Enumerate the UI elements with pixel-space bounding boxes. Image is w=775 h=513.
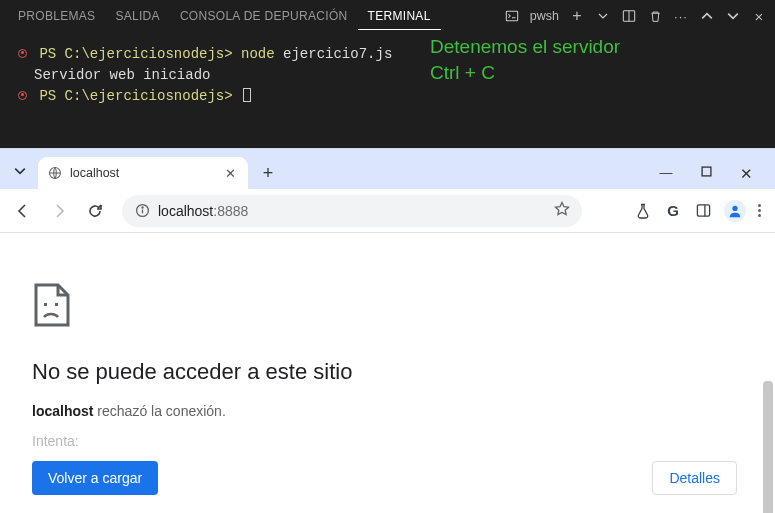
new-tab-button[interactable]: + [254,159,282,187]
reload-page-button[interactable]: Volver a cargar [32,461,158,495]
window-controls: — ✕ [653,165,767,183]
error-host: localhost [32,403,93,419]
error-sub-text: rechazó la conexión. [93,403,225,419]
panel-tab-bar: PROBLEMAS SALIDA CONSOLA DE DEPURACIÓN T… [0,0,775,32]
panel-actions: pwsh + ··· × [504,8,767,24]
nav-forward-button[interactable] [44,196,74,226]
tab-title: localhost [70,166,119,180]
toolbar-right: G [634,200,767,222]
tab-search-dropdown[interactable] [8,159,32,183]
site-info-icon[interactable] [134,203,150,219]
side-panel-icon[interactable] [694,202,712,220]
address-bar[interactable]: localhost:8888 [122,195,582,227]
panel-tab-debug-console[interactable]: CONSOLA DE DEPURACIÓN [170,3,358,29]
prompt: PS C:\ejerciciosnodejs> [39,46,232,62]
svg-rect-12 [55,303,58,306]
window-close-icon[interactable]: ✕ [733,165,759,183]
google-shortcut-icon[interactable]: G [664,202,682,220]
svg-rect-11 [44,303,47,306]
stdout-text: Servidor web iniciado [34,67,210,83]
panel-tab-terminal[interactable]: TERMINAL [358,3,441,30]
browser-toolbar: localhost:8888 G [0,189,775,233]
browser-tab-strip: localhost ✕ + — ✕ [0,149,775,189]
command-name: node [241,46,275,62]
terminal-dropdown-icon[interactable] [595,8,611,24]
chrome-browser-window: localhost ✕ + — ✕ localhost:8888 [0,148,775,513]
profile-avatar[interactable] [724,200,746,222]
new-terminal-icon[interactable]: + [569,8,585,24]
reload-button[interactable] [80,196,110,226]
svg-rect-8 [697,205,709,216]
error-subtitle: localhost rechazó la conexión. [32,403,743,419]
terminal-line: Servidor web iniciado [18,65,757,86]
annotation-overlay: Detenemos el servidor Ctrl + C [430,34,620,85]
terminal-output[interactable]: PS C:\ejerciciosnodejs> node ejercicio7.… [0,32,775,125]
chrome-menu-icon[interactable] [758,204,761,217]
terminal-cursor [243,88,251,102]
prompt: PS C:\ejerciciosnodejs> [39,88,232,104]
command-arg: ejercicio7.js [283,46,392,62]
window-minimize-icon[interactable]: — [653,165,679,183]
svg-rect-0 [506,11,517,21]
terminal-line: PS C:\ejerciciosnodejs> node ejercicio7.… [18,44,757,65]
page-content: No se puede acceder a este sitio localho… [0,233,775,513]
more-actions-icon[interactable]: ··· [673,8,689,24]
bookmark-star-icon[interactable] [554,201,570,220]
browser-tab[interactable]: localhost ✕ [38,157,248,189]
terminal-line: PS C:\ejerciciosnodejs> [18,86,757,107]
kill-terminal-icon[interactable] [647,8,663,24]
shell-name[interactable]: pwsh [530,9,559,23]
window-maximize-icon[interactable] [693,165,719,183]
error-button-row: Volver a cargar Detalles [32,461,737,495]
nav-back-button[interactable] [8,196,38,226]
svg-rect-4 [702,167,711,176]
tab-close-icon[interactable]: ✕ [223,166,238,181]
svg-point-10 [732,205,737,210]
panel-chevron-up-icon[interactable] [699,8,715,24]
split-terminal-icon[interactable] [621,8,637,24]
panel-close-icon[interactable]: × [751,8,767,24]
sad-file-icon [32,283,743,331]
vscode-terminal-panel: PROBLEMAS SALIDA CONSOLA DE DEPURACIÓN T… [0,0,775,125]
globe-icon [48,166,62,180]
error-indicator-icon [18,49,27,58]
details-button[interactable]: Detalles [652,461,737,495]
panel-tab-output[interactable]: SALIDA [105,3,170,29]
extension-labs-icon[interactable] [634,202,652,220]
annotation-line: Detenemos el servidor [430,34,620,60]
panel-tab-problems[interactable]: PROBLEMAS [8,3,105,29]
shell-launch-icon[interactable] [504,8,520,24]
scrollbar-thumb[interactable] [763,381,773,513]
url-port: :8888 [213,203,248,219]
error-suggestions: Intenta: [32,433,743,449]
annotation-line: Ctrl + C [430,60,620,86]
svg-point-7 [141,207,142,208]
url-host: localhost [158,203,213,219]
error-title: No se puede acceder a este sitio [32,359,743,385]
panel-chevron-down-icon[interactable] [725,8,741,24]
error-indicator-icon [18,91,27,100]
